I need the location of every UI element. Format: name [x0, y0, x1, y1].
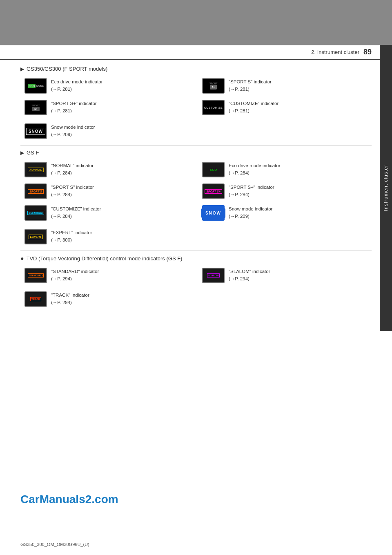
standard-tvd-item: STANDARD "STANDARD" indicator (→P. 294)	[24, 268, 194, 283]
footer: GS350_300_OM_OM30G96U_(U)	[20, 542, 89, 547]
expert-gsf-item: EXPERT "EXPERT" indicator (→P. 300)	[24, 229, 372, 244]
track-tvd-icon: TRACK	[24, 291, 47, 307]
gsf-section-title: GS F	[27, 150, 39, 156]
sport-s-icon: SPORT S	[202, 78, 225, 94]
snow-gsf-label: SNOW	[201, 208, 225, 218]
sport-splus-item: SPORT S+ "SPORT S+" indicator (→P. 281)	[24, 100, 194, 115]
fsport-section-header: ▶ GS350/GS300 (F SPORT models)	[20, 66, 372, 72]
expert-gsf-icon: EXPERT	[24, 229, 47, 244]
splus-gsf-icon: SPORT S+	[202, 184, 225, 199]
slalom-tvd-item: SLALOM "SLALOM" indicator (→P. 294)	[202, 268, 372, 283]
tvd-bullet: ●	[20, 255, 24, 262]
sport-s-text: "SPORT S" indicator (→P. 281)	[229, 78, 272, 93]
sport-s-item: SPORT S "SPORT S" indicator (→P. 281)	[202, 78, 372, 94]
expert-gsf-text: "EXPERT" indicator (→P. 300)	[51, 229, 92, 244]
customize-icon: CUSTOMIZE	[202, 100, 225, 115]
gsf-arrow-icon: ▶	[20, 150, 24, 156]
normal-gsf-text: "NORMAL" indicator (→P. 284)	[51, 162, 94, 177]
splus-gsf-item: SPORT S+ "SPORT S+" indicator (→P. 284)	[202, 184, 372, 199]
slalom-tvd-text: "SLALOM" indicator (→P. 294)	[229, 268, 270, 283]
arrow-icon: ▶	[20, 66, 24, 72]
eco-gsf-text: Eco drive mode indicator (→P. 284)	[229, 162, 281, 177]
divider-2	[20, 251, 372, 251]
page: Instrument cluster 2. Instrument cluster…	[0, 0, 392, 555]
standard-tvd-icon: STANDARD	[24, 268, 47, 283]
eco-gsf-icon: ECO	[202, 162, 225, 177]
chapter-sidebar: Instrument cluster	[380, 45, 392, 331]
snow-fsport-text: Snow mode indicator (→P. 209)	[51, 123, 95, 139]
main-content: ▶ GS350/GS300 (F SPORT models) ECO MODE …	[0, 60, 392, 321]
normal-gsf-icon: NORMAL	[24, 162, 47, 177]
tvd-section-title: TVD (Torque Vectoring Differential) cont…	[26, 255, 182, 262]
eco-mode-item: ECO MODE Eco drive mode indicator (→P. 2…	[24, 78, 194, 94]
sports-gsf-text: "SPORT S" indicator (→P. 284)	[51, 184, 94, 199]
standard-tvd-text: "STANDARD" indicator (→P. 294)	[51, 268, 99, 283]
splus-gsf-text: "SPORT S+" indicator (→P. 284)	[229, 184, 274, 199]
eco-gsf-item: ECO Eco drive mode indicator (→P. 284)	[202, 162, 372, 177]
customize-gsf-icon: CUSTOMIZE	[24, 205, 47, 221]
snow-fsport-icon: SNOW	[24, 123, 47, 139]
tvd-indicators-grid: STANDARD "STANDARD" indicator (→P. 294) …	[24, 268, 372, 283]
top-gray-area	[0, 0, 392, 45]
track-tvd-text: "TRACK" indicator (→P. 294)	[51, 291, 89, 307]
tvd-section-header: ● TVD (Torque Vectoring Differential) co…	[20, 255, 372, 262]
gsf-indicators-grid: NORMAL "NORMAL" indicator (→P. 284) ECO …	[24, 162, 372, 221]
watermark: CarManuals2.com	[20, 493, 118, 506]
sport-splus-text: "SPORT S+" indicator (→P. 281)	[51, 100, 97, 115]
snow-fsport-label: SNOW	[26, 128, 45, 135]
snow-fsport-item: SNOW Snow mode indicator (→P. 209)	[24, 123, 372, 139]
snow-gsf-item: SNOW Snow mode indicator (→P. 209)	[202, 205, 372, 221]
sports-gsf-icon: SPORT S	[24, 184, 47, 199]
customize-gsf-item: CUSTOMIZE "CUSTOMIZE" indicator (→P. 284…	[24, 205, 194, 221]
customize-item: CUSTOMIZE "CUSTOMIZE" indicator (→P. 281…	[202, 100, 372, 115]
sport-splus-icon: SPORT S+	[24, 100, 47, 115]
customize-gsf-text: "CUSTOMIZE" indicator (→P. 284)	[51, 205, 101, 220]
chapter-title: 2. Instrument cluster	[311, 49, 359, 55]
divider-1	[20, 145, 372, 145]
gsf-section-header: ▶ GS F	[20, 150, 372, 156]
snow-gsf-icon: SNOW	[202, 205, 225, 221]
fsport-section-title: GS350/GS300 (F SPORT models)	[27, 66, 107, 72]
slalom-tvd-icon: SLALOM	[202, 268, 225, 283]
snow-gsf-text: Snow mode indicator (→P. 209)	[229, 205, 272, 220]
sports-gsf-item: SPORT S "SPORT S" indicator (→P. 284)	[24, 184, 194, 199]
fsport-indicators-grid: ECO MODE Eco drive mode indicator (→P. 2…	[24, 78, 372, 115]
eco-mode-text: Eco drive mode indicator (→P. 281)	[51, 78, 103, 93]
track-tvd-item: TRACK "TRACK" indicator (→P. 294)	[24, 291, 372, 307]
eco-label: ECO	[28, 84, 36, 88]
eco-mode-icon: ECO MODE	[24, 78, 47, 94]
sidebar-chapter-label: Instrument cluster	[383, 165, 389, 211]
normal-gsf-item: NORMAL "NORMAL" indicator (→P. 284)	[24, 162, 194, 177]
customize-text: "CUSTOMIZE" indicator (→P. 281)	[229, 100, 278, 115]
page-number: 89	[363, 48, 372, 56]
mode-label: MODE	[36, 85, 44, 87]
page-header: 2. Instrument cluster 89	[0, 45, 392, 60]
